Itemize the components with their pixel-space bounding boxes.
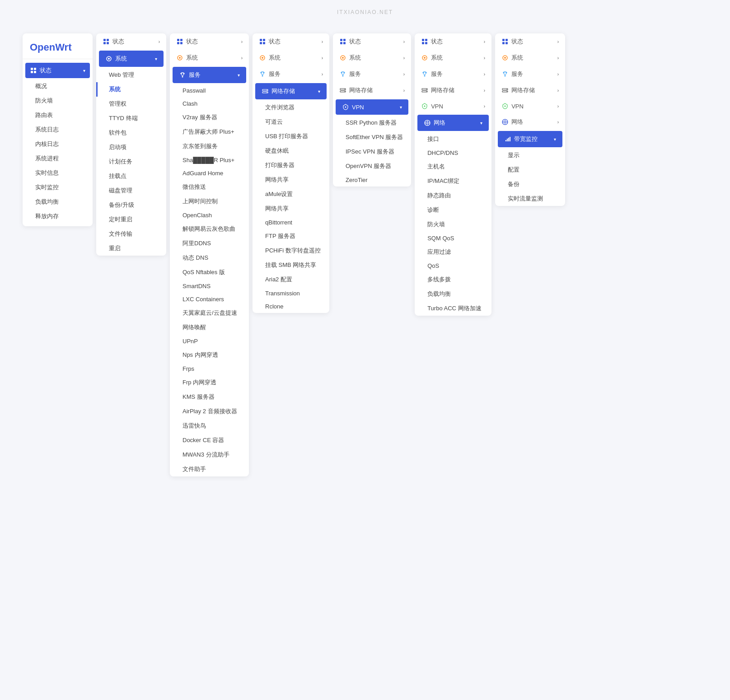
section-header-VPN[interactable]: VPN ▾ — [336, 99, 408, 115]
section-header-带宽监控[interactable]: 带宽监控 ▾ — [498, 131, 562, 147]
menu-item[interactable]: 网络共享 — [253, 201, 329, 216]
menu-item[interactable]: Web 管理 — [96, 68, 166, 82]
menu-item[interactable]: aMule设置 — [253, 187, 329, 201]
section-header-系统[interactable]: 系统 ▾ — [99, 51, 164, 67]
nav-status-active[interactable]: 状态 ▾ — [25, 63, 90, 78]
menu-item[interactable]: 可道云 — [253, 115, 329, 129]
section-header-VPN[interactable]: VPN › — [415, 98, 491, 114]
menu-item[interactable]: OpenClash — [170, 209, 249, 222]
menu-item[interactable]: 防火墙 — [415, 217, 491, 232]
menu-item[interactable]: 阿里DDNS — [170, 236, 249, 251]
menu-item[interactable]: AdGuard Home — [170, 167, 249, 180]
menu-item[interactable]: OpenVPN 服务器 — [333, 159, 411, 173]
menu-item[interactable]: qBittorrent — [253, 216, 329, 229]
sidebar-item[interactable]: 负载均衡 — [23, 195, 93, 209]
menu-item[interactable]: 接口 — [415, 132, 491, 146]
menu-item[interactable]: V2ray 服务器 — [170, 110, 249, 125]
sidebar-item[interactable]: 路由表 — [23, 108, 93, 122]
menu-item[interactable]: Sha█████R Plus+ — [170, 154, 249, 167]
menu-item[interactable]: 备份 — [495, 177, 565, 191]
menu-item[interactable]: DHCP/DNS — [415, 146, 491, 159]
section-header-系统[interactable]: 系统 › — [170, 50, 249, 66]
menu-item[interactable]: Rclone — [253, 300, 329, 313]
menu-item[interactable]: ZeroTier — [333, 173, 411, 187]
section-header-服务[interactable]: 服务 › — [415, 66, 491, 82]
sidebar-item[interactable]: 系统进程 — [23, 151, 93, 166]
menu-item[interactable]: 管理权 — [96, 97, 166, 111]
section-header-服务[interactable]: 服务 ▾ — [173, 67, 246, 83]
menu-item[interactable]: Docker CE 容器 — [170, 433, 249, 448]
menu-item[interactable]: 动态 DNS — [170, 251, 249, 265]
menu-item[interactable]: 多线多拨 — [415, 272, 491, 287]
menu-item[interactable]: Frp 内网穿透 — [170, 375, 249, 390]
menu-item[interactable]: 静态路由 — [415, 188, 491, 203]
section-header-状态[interactable]: 状态 › — [253, 33, 329, 50]
section-header-服务[interactable]: 服务 › — [495, 66, 565, 82]
menu-item[interactable]: 文件浏览器 — [253, 100, 329, 115]
menu-item[interactable]: 软件包 — [96, 126, 166, 140]
section-header-网络存储[interactable]: 网络存储 › — [333, 82, 411, 98]
menu-item[interactable]: IPSec VPN 服务器 — [333, 145, 411, 159]
section-header-状态[interactable]: 状态 › — [333, 33, 411, 50]
menu-item[interactable]: 诊断 — [415, 203, 491, 217]
section-header-服务[interactable]: 服务 › — [333, 66, 411, 82]
menu-item[interactable]: QoS — [415, 259, 491, 272]
section-header-网络存储[interactable]: 网络存储 › — [415, 82, 491, 98]
section-header-状态[interactable]: 状态 › — [495, 33, 565, 50]
sidebar-item[interactable]: 防火墙 — [23, 93, 93, 108]
section-header-网络[interactable]: 网络 ▾ — [417, 115, 489, 131]
menu-item[interactable]: Passwall — [170, 84, 249, 97]
menu-item[interactable]: SoftEther VPN 服务器 — [333, 130, 411, 145]
section-header-网络[interactable]: 网络 › — [495, 114, 565, 130]
menu-item[interactable]: 显示 — [495, 148, 565, 163]
section-header-网络存储[interactable]: 网络存储 ▾ — [255, 83, 327, 99]
menu-item[interactable]: MWAN3 分流助手 — [170, 448, 249, 462]
menu-item[interactable]: Transmission — [253, 287, 329, 300]
menu-item[interactable]: 广告屏蔽大师 Plus+ — [170, 125, 249, 139]
menu-item[interactable]: 网络共享 — [253, 173, 329, 187]
menu-item[interactable]: 天翼家庭云/云盘提速 — [170, 306, 249, 320]
menu-item[interactable]: 京东签到服务 — [170, 139, 249, 154]
menu-item[interactable]: KMS 服务器 — [170, 390, 249, 404]
sidebar-item[interactable]: 内核日志 — [23, 137, 93, 151]
menu-item[interactable]: UPnP — [170, 335, 249, 348]
section-header-系统[interactable]: 系统 › — [415, 50, 491, 66]
menu-item[interactable]: 文件传输 — [96, 227, 166, 241]
section-header-VPN[interactable]: VPN › — [495, 98, 565, 114]
menu-item[interactable]: USB 打印服务器 — [253, 129, 329, 144]
menu-item[interactable]: Nps 内网穿透 — [170, 348, 249, 362]
menu-item[interactable]: 计划任务 — [96, 154, 166, 169]
section-header-网络存储[interactable]: 网络存储 › — [495, 82, 565, 98]
menu-item[interactable]: SQM QoS — [415, 232, 491, 245]
section-header-状态[interactable]: 状态 › — [170, 33, 249, 50]
menu-item[interactable]: 主机名 — [415, 159, 491, 174]
sidebar-item[interactable]: 实时信息 — [23, 166, 93, 180]
menu-item[interactable]: 实时流量监测 — [495, 191, 565, 206]
menu-item[interactable]: SmartDNS — [170, 280, 249, 293]
menu-item[interactable]: 解锁网易云灰色歌曲 — [170, 222, 249, 236]
sidebar-item[interactable]: 释放内存 — [23, 209, 93, 224]
menu-item[interactable]: TTYD 终端 — [96, 111, 166, 126]
menu-item[interactable]: IP/MAC绑定 — [415, 174, 491, 188]
menu-item[interactable]: Turbo ACC 网络加速 — [415, 301, 491, 316]
menu-item[interactable]: Clash — [170, 97, 249, 110]
menu-item[interactable]: 应用过滤 — [415, 245, 491, 259]
menu-item[interactable]: 硬盘休眠 — [253, 144, 329, 158]
menu-item[interactable]: SSR Python 服务器 — [333, 116, 411, 130]
menu-item[interactable]: PCHiFi 数字转盘遥控 — [253, 243, 329, 258]
section-header-服务[interactable]: 服务 › — [253, 66, 329, 82]
menu-item[interactable]: 重启 — [96, 241, 166, 256]
menu-item[interactable]: 系统 — [96, 82, 166, 97]
menu-item[interactable]: 挂载 SMB 网络共享 — [253, 258, 329, 272]
menu-item[interactable]: LXC Containers — [170, 293, 249, 306]
section-header-系统[interactable]: 系统 › — [333, 50, 411, 66]
sidebar-item[interactable]: 实时监控 — [23, 180, 93, 195]
menu-item[interactable]: 定时重启 — [96, 212, 166, 227]
menu-item[interactable]: 网络唤醒 — [170, 320, 249, 335]
menu-item[interactable]: AirPlay 2 音频接收器 — [170, 404, 249, 419]
sidebar-item[interactable]: 系统日志 — [23, 122, 93, 137]
sidebar-item[interactable]: 概况 — [23, 79, 93, 93]
menu-item[interactable]: 微信推送 — [170, 180, 249, 194]
menu-item[interactable]: 启动项 — [96, 140, 166, 154]
menu-item[interactable]: Frps — [170, 362, 249, 375]
